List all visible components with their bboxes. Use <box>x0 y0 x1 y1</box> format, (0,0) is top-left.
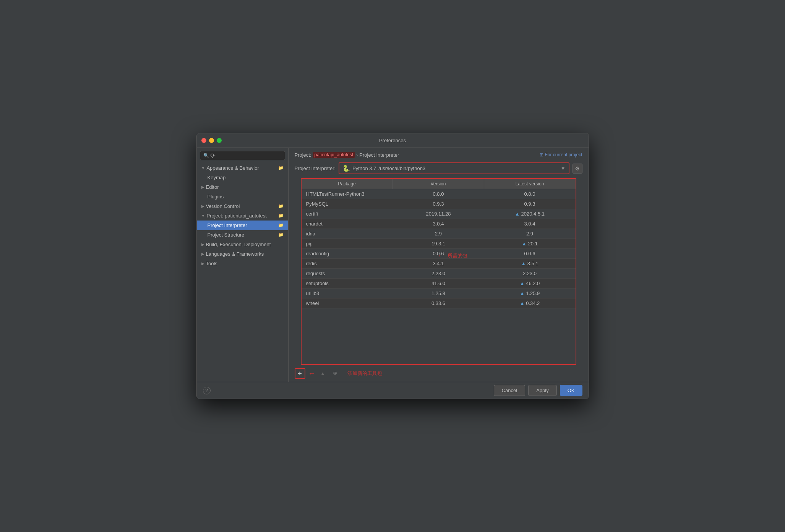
table-row[interactable]: wheel0.33.6▲ 0.34.2 <box>302 298 576 308</box>
sidebar-item-version-control[interactable]: ▶ Version Control 📁 <box>197 201 288 211</box>
folder-icon: 📁 <box>278 204 284 209</box>
sidebar-item-label: Editor <box>206 184 219 190</box>
table-body: HTMLTestRunner-Python30.8.00.8.0PyMySQL0… <box>302 189 576 364</box>
sidebar-item-appearance[interactable]: ▼ Appearance & Behavior 📁 <box>197 163 288 173</box>
footer: ? Cancel Apply OK <box>197 382 589 399</box>
help-icon: ? <box>205 388 208 393</box>
table-row[interactable]: idna2.92.9 <box>302 229 576 239</box>
sidebar-item-project-interpreter[interactable]: Project Interpreter 📁 <box>197 221 288 230</box>
package-name: chardet <box>302 219 393 229</box>
search-box[interactable]: 🔍 Q- <box>200 151 285 160</box>
package-wrapper: Package Version Latest version HTMLTestR… <box>295 178 582 365</box>
sidebar-item-project[interactable]: ▼ Project: patientapi_autotest 📁 <box>197 211 288 221</box>
gear-button[interactable]: ⚙ <box>573 164 582 174</box>
minimize-button[interactable] <box>209 138 214 143</box>
package-table: Package Version Latest version HTMLTestR… <box>301 178 576 365</box>
ok-button[interactable]: OK <box>560 385 582 396</box>
package-name: redis <box>302 259 393 268</box>
dropdown-arrow-icon: ▼ <box>561 165 566 171</box>
package-latest: 3.0.4 <box>484 219 576 229</box>
interpreter-select[interactable]: 🐍 Python 3.7 /usr/local/bin/python3 ▼ <box>339 162 569 174</box>
package-name: readconfig <box>302 249 393 258</box>
bottom-toolbar: + ← ▲ 👁 添加新的工具包 <box>289 365 589 382</box>
package-latest: ▲ 0.34.2 <box>484 298 576 308</box>
maximize-button[interactable] <box>217 138 222 143</box>
main-content: 🔍 Q- ▼ Appearance & Behavior 📁 Keymap ▶ … <box>197 148 589 382</box>
for-current-project[interactable]: ⊞ For current project <box>540 152 582 157</box>
expand-arrow: ▶ <box>201 261 204 266</box>
table-row[interactable]: pip19.3.1▲ 20.1 <box>302 239 576 249</box>
package-latest: 0.0.6 <box>484 249 576 258</box>
folder-icon: 📁 <box>278 165 284 170</box>
arrow-left-toolbar-icon: ← <box>308 370 315 378</box>
sidebar-item-label: Appearance & Behavior <box>206 165 259 171</box>
sidebar-item-project-structure[interactable]: Project Structure 📁 <box>197 230 288 240</box>
package-latest: 0.9.3 <box>484 199 576 209</box>
footer-buttons: Cancel Apply OK <box>494 385 582 396</box>
package-latest: 0.8.0 <box>484 189 576 199</box>
table-row[interactable]: PyMySQL0.9.30.9.3 <box>302 199 576 209</box>
sidebar-item-build[interactable]: ▶ Build, Execution, Deployment <box>197 240 288 249</box>
package-version: 19.3.1 <box>393 239 484 248</box>
table-row[interactable]: requests2.23.02.23.0 <box>302 269 576 279</box>
folder-icon: 📁 <box>278 232 284 237</box>
packages-annotation: ← 所需的包 <box>438 251 467 261</box>
package-latest: ▲ 20.1 <box>484 239 576 248</box>
breadcrumb: Project: patientapi_autotest › Project I… <box>289 148 589 160</box>
sidebar-item-label: Languages & Frameworks <box>206 251 264 257</box>
apply-button[interactable]: Apply <box>528 385 557 396</box>
sidebar-item-keymap[interactable]: Keymap <box>197 173 288 182</box>
sidebar: 🔍 Q- ▼ Appearance & Behavior 📁 Keymap ▶ … <box>197 148 289 382</box>
col-latest: Latest version <box>484 179 576 189</box>
expand-arrow: ▶ <box>201 252 204 256</box>
interpreter-version: Python 3.7 <box>352 165 376 171</box>
expand-arrow: ▶ <box>201 185 204 189</box>
search-icon: 🔍 <box>203 153 209 158</box>
table-row[interactable]: HTMLTestRunner-Python30.8.00.8.0 <box>302 189 576 199</box>
expand-arrow: ▼ <box>201 166 205 170</box>
search-placeholder: Q- <box>211 153 216 158</box>
package-latest: ▲ 3.5.1 <box>484 259 576 268</box>
up-button[interactable]: ▲ <box>318 369 328 378</box>
sidebar-item-tools[interactable]: ▶ Tools <box>197 259 288 268</box>
close-button[interactable] <box>201 138 206 143</box>
package-version: 0.8.0 <box>393 189 484 199</box>
sidebar-item-plugins[interactable]: Plugins <box>197 192 288 201</box>
table-row[interactable]: urllib31.25.8▲ 1.25.9 <box>302 289 576 298</box>
col-version: Version <box>393 179 484 189</box>
package-name: requests <box>302 269 393 278</box>
table-header: Package Version Latest version <box>302 179 576 189</box>
folder-icon: 📁 <box>278 213 284 218</box>
package-version: 2.9 <box>393 229 484 238</box>
sidebar-item-label: Project: patientapi_autotest <box>206 213 267 219</box>
package-name: certifi <box>302 209 393 219</box>
sidebar-item-label: Build, Execution, Deployment <box>206 242 271 247</box>
cancel-button[interactable]: Cancel <box>494 385 525 396</box>
add-package-annotation: 添加新的工具包 <box>347 370 382 377</box>
sidebar-item-label: Plugins <box>208 194 224 200</box>
table-row[interactable]: setuptools41.6.0▲ 46.2.0 <box>302 279 576 289</box>
package-version: 2019.11.28 <box>393 209 484 219</box>
expand-arrow: ▶ <box>201 204 204 208</box>
package-version: 0.33.6 <box>393 298 484 308</box>
table-row[interactable]: chardet3.0.43.0.4 <box>302 219 576 229</box>
package-name: pip <box>302 239 393 248</box>
col-package: Package <box>302 179 393 189</box>
package-name: idna <box>302 229 393 238</box>
package-version: 0.9.3 <box>393 199 484 209</box>
sidebar-item-label: Project Structure <box>208 232 245 238</box>
add-package-button[interactable]: + <box>295 368 305 379</box>
sidebar-item-label: Tools <box>206 261 217 266</box>
package-latest: ▲ 1.25.9 <box>484 289 576 298</box>
packages-annotation-label: 所需的包 <box>448 252 467 259</box>
help-button[interactable]: ? <box>203 387 211 394</box>
package-name: setuptools <box>302 279 393 288</box>
breadcrumb-current: Project Interpreter <box>359 152 399 158</box>
package-version: 1.25.8 <box>393 289 484 298</box>
sidebar-item-languages[interactable]: ▶ Languages & Frameworks <box>197 249 288 259</box>
sidebar-item-editor[interactable]: ▶ Editor <box>197 182 288 192</box>
table-row[interactable]: certifi2019.11.28▲ 2020.4.5.1 <box>302 209 576 219</box>
right-panel: Project: patientapi_autotest › Project I… <box>289 148 589 382</box>
project-name: patientapi_autotest <box>313 152 355 158</box>
eye-button[interactable]: 👁 <box>331 369 340 378</box>
